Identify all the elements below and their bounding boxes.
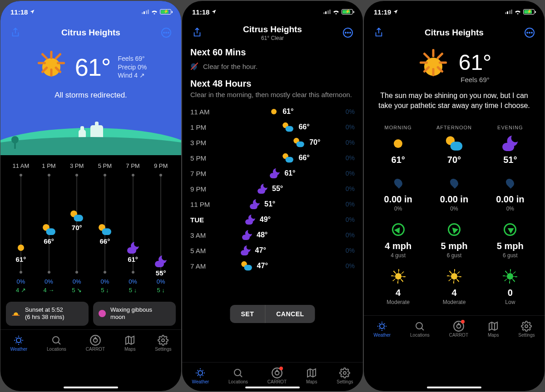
- hour-row[interactable]: 5 PM 66° 0%: [190, 150, 355, 166]
- daypart-precip-pct: 0%: [482, 206, 538, 212]
- uv-icon: [507, 273, 513, 279]
- tab-weather[interactable]: Weather: [373, 321, 391, 338]
- hour-row[interactable]: 7 PM 61° 0%: [190, 166, 355, 181]
- hour-row[interactable]: 7 AM 47° 0%: [190, 258, 355, 274]
- hourly-forecast[interactable]: 11 AM1 PM3 PM5 PM7 PM9 PM 61° 66° 70° 66…: [0, 155, 181, 300]
- hour-row[interactable]: 11 PM 51° 0%: [190, 196, 355, 212]
- status-time: 11:18: [192, 8, 209, 16]
- tab-maps[interactable]: Maps: [124, 335, 135, 352]
- tab-settings[interactable]: Settings: [337, 368, 353, 384]
- more-button[interactable]: [523, 26, 536, 39]
- row-precip: 0%: [337, 231, 355, 239]
- hour-row[interactable]: 1 PM 66° 0%: [190, 119, 355, 135]
- tab-maps[interactable]: Maps: [488, 321, 499, 338]
- share-button[interactable]: [190, 26, 204, 39]
- home-indicator[interactable]: [64, 387, 118, 388]
- tab-weather[interactable]: Weather: [10, 335, 27, 352]
- hour-column[interactable]: 61°: [119, 174, 147, 274]
- hour-row[interactable]: 11 AM 61° 0%: [190, 104, 355, 119]
- home-indicator[interactable]: [245, 387, 300, 388]
- daypart-precip-amt: 0.00 in: [482, 194, 538, 205]
- next-60-summary: Clear for the hour.: [190, 62, 355, 70]
- hour-temp: 66°: [100, 237, 110, 245]
- share-button[interactable]: [372, 26, 386, 39]
- nav-row: Citrus Heights: [0, 23, 181, 43]
- partly-cloudy-icon: [99, 224, 111, 235]
- daypart-column[interactable]: MORNING 61° 0.00 in0% 4 mph4 gust 4Moder…: [370, 125, 426, 315]
- carrot-snark: The sun may be shining on you now, but I…: [364, 83, 545, 118]
- row-temp: 66°: [298, 123, 309, 131]
- hour-row[interactable]: 3 AM 48° 0%: [190, 227, 355, 243]
- wifi-icon: [514, 9, 521, 15]
- sun-icon: [417, 50, 450, 83]
- status-bar: 11:18 ⚡: [0, 1, 181, 19]
- next-48-summary: Clear in the morning, then mostly clear …: [190, 91, 355, 98]
- tab-settings[interactable]: Settings: [155, 335, 171, 352]
- svg-point-2: [166, 32, 167, 33]
- wifi-icon: [151, 9, 158, 15]
- tab-settings[interactable]: Settings: [518, 321, 535, 338]
- more-button[interactable]: [341, 26, 355, 39]
- tab-maps[interactable]: Maps: [306, 368, 317, 384]
- sunset-card[interactable]: Sunset at 5:52(6 hrs 38 mins): [6, 302, 89, 326]
- precip-icon: [505, 177, 516, 188]
- hour-column[interactable]: 61°: [7, 174, 35, 274]
- row-temp: 55°: [272, 185, 283, 193]
- night-cloudy-icon: [155, 255, 167, 267]
- cancel-button[interactable]: CANCEL: [265, 305, 315, 323]
- row-time: 11 PM: [190, 201, 226, 208]
- hour-temp: 55°: [156, 269, 166, 277]
- set-button[interactable]: SET: [230, 305, 265, 323]
- current-temp: 61°: [459, 50, 492, 75]
- hour-wind: 5 ↘: [63, 287, 91, 294]
- daypart-column[interactable]: AFTERNOON 70° 0.00 in0% 5 mph6 gust 4Mod…: [426, 125, 482, 315]
- uv-icon: [451, 273, 457, 279]
- tab-carrot[interactable]: CARROT: [449, 321, 468, 338]
- row-time: 7 AM: [190, 262, 226, 270]
- daypart-uv-lbl: Moderate: [370, 299, 426, 305]
- row-time: 7 PM: [190, 170, 226, 177]
- current-temp: 61°: [75, 53, 111, 81]
- row-precip: 0%: [337, 185, 355, 192]
- hour-row[interactable]: 3 PM 70° 0%: [190, 135, 355, 150]
- daypart-column[interactable]: EVENING 51° 0.00 in0% 5 mph6 gust 0Low: [482, 125, 538, 315]
- daypart-grid[interactable]: MORNING 61° 0.00 in0% 4 mph4 gust 4Moder…: [364, 118, 545, 315]
- home-indicator[interactable]: [427, 387, 481, 388]
- share-button[interactable]: [9, 26, 22, 39]
- hour-label: 9 PM: [147, 162, 175, 169]
- tab-locations[interactable]: Locations: [410, 321, 430, 338]
- tab-weather[interactable]: Weather: [192, 368, 209, 384]
- svg-rect-6: [12, 315, 20, 316]
- hour-column[interactable]: 66°: [91, 174, 119, 274]
- tab-locations[interactable]: Locations: [228, 368, 248, 384]
- svg-point-20: [343, 372, 346, 374]
- tab-locations[interactable]: Locations: [47, 335, 66, 352]
- partly-cloudy-icon: [446, 136, 462, 151]
- hour-row[interactable]: 5 AM 47° 0%: [190, 243, 355, 258]
- hour-column[interactable]: 70°: [63, 174, 91, 274]
- tab-bar: Weather Locations CARROT Maps Settings: [364, 315, 545, 344]
- tab-carrot[interactable]: CARROT: [268, 368, 287, 384]
- row-precip: 0%: [337, 154, 355, 162]
- hour-row[interactable]: TUE 49° 0%: [190, 212, 355, 227]
- svg-point-3: [168, 32, 169, 33]
- hourly-48-list[interactable]: 11 AM 61° 0%1 PM 66° 0%3 PM 70° 0%5 PM 6…: [190, 104, 355, 274]
- carrot-tagline: All storms redirected.: [0, 91, 181, 100]
- hour-temp: 66°: [44, 237, 54, 245]
- landscape-illustration: [0, 119, 181, 155]
- more-button[interactable]: [159, 26, 173, 39]
- signal-icon: [142, 10, 149, 14]
- row-temp: 47°: [257, 262, 268, 270]
- night-cloudy-icon: [250, 199, 260, 209]
- row-time: 5 PM: [190, 154, 226, 162]
- hour-column[interactable]: 66°: [35, 174, 63, 274]
- hour-row[interactable]: 9 PM 55° 0%: [190, 181, 355, 196]
- status-time: 11:18: [10, 8, 28, 16]
- row-precip: 0%: [337, 139, 355, 146]
- daypart-uv-val: 4: [370, 288, 426, 298]
- svg-point-17: [234, 369, 241, 376]
- night-cloudy-icon: [241, 245, 251, 255]
- tab-carrot[interactable]: CARROT: [86, 335, 105, 352]
- moon-phase-card[interactable]: Waxing gibbousmoon: [93, 302, 176, 326]
- hour-column[interactable]: 55°: [147, 174, 175, 274]
